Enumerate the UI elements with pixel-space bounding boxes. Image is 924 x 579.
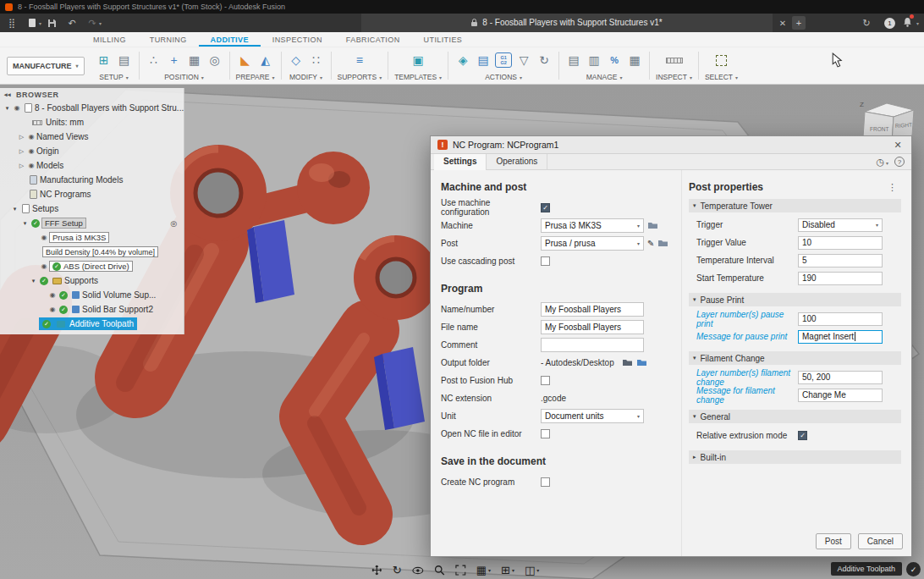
tab-milling[interactable]: MILLING	[81, 32, 138, 47]
create-nc-program-checkbox[interactable]	[541, 477, 550, 487]
viewport-layout-icon[interactable]: ◫▾	[525, 564, 539, 576]
browser-item-named-views[interactable]: ▷◉Named Views	[0, 130, 184, 144]
browser-item-setups[interactable]: ▾Setups	[0, 201, 184, 216]
save-icon[interactable]	[41, 14, 62, 32]
tab-close-icon[interactable]: ✕	[775, 14, 790, 32]
window-select-icon[interactable]	[716, 55, 727, 66]
trigger-value-input[interactable]: 10	[798, 236, 883, 250]
prepare-group-label[interactable]: PREPARE▾	[236, 73, 275, 81]
section-temperature-tower[interactable]: ▾Temperature Tower	[689, 199, 901, 212]
platform-grid-icon[interactable]: ▦	[186, 52, 203, 69]
browser-item-material[interactable]: ◉ ✓ABS (Direct Drive)	[0, 259, 184, 273]
print-settings-icon[interactable]: ▦	[626, 52, 643, 69]
dialog-help-icon[interactable]: ?	[894, 157, 905, 167]
regenerate-icon[interactable]: ↻	[536, 52, 553, 69]
workspace-selector[interactable]: MANUFACTURE▾	[7, 57, 85, 75]
account-menu-caret-icon[interactable]: ▾	[916, 20, 919, 26]
fit-icon[interactable]	[455, 565, 466, 576]
edit-post-icon[interactable]: ✎	[647, 239, 654, 248]
browser-item-solid-volume-support[interactable]: ◉✓ Solid Volume Sup...	[0, 288, 184, 302]
open-nc-file-checkbox[interactable]	[541, 429, 550, 438]
browser-item-supports[interactable]: ▾✓ Supports	[0, 273, 184, 288]
tab-fabrication[interactable]: FABRICATION	[334, 32, 412, 47]
post-library-icon[interactable]: ▤	[565, 52, 582, 69]
post-select[interactable]: Prusa / prusa▾	[541, 236, 644, 251]
supports-group-label[interactable]: SUPPORTS▾	[338, 73, 382, 81]
browser-item-origin[interactable]: ▷◉Origin	[0, 144, 184, 158]
browser-item-machine[interactable]: ◉Prusa i3 MK3S	[0, 230, 184, 245]
post-library-folder-icon[interactable]	[657, 239, 668, 247]
arrange-icon[interactable]: ∴	[146, 52, 162, 69]
browser-item-build-density[interactable]: Build Density [0.44% by volume]	[0, 245, 184, 259]
notification-bell-icon[interactable]	[903, 15, 912, 30]
message-filament-input[interactable]: Change Me	[798, 389, 883, 402]
move-icon[interactable]: +	[166, 52, 183, 69]
viewcube-front-label[interactable]: FRONT	[870, 126, 888, 132]
toolpath-template-icon[interactable]: ▣	[410, 52, 426, 69]
browser-item-solid-bar-support[interactable]: ◉✓ Solid Bar Support2	[0, 302, 184, 317]
density-settings-icon[interactable]: %	[606, 52, 623, 69]
browser-item-models[interactable]: ▷◉Models	[0, 158, 184, 173]
machine-library-folder-icon[interactable]	[647, 221, 658, 229]
zoom-icon[interactable]	[434, 565, 445, 576]
modify-group-label[interactable]: MODIFY▾	[289, 73, 322, 81]
tab-inspection[interactable]: INSPECTION	[261, 32, 334, 47]
tab-utilities[interactable]: UTILITIES	[412, 32, 475, 47]
section-pause-print[interactable]: ▾Pause Print	[689, 293, 901, 306]
use-cascading-post-checkbox[interactable]	[541, 256, 550, 266]
browser-item-units[interactable]: Units: mm	[0, 115, 184, 130]
relative-extrusion-checkbox[interactable]: ✓	[798, 431, 807, 440]
machine-docs-icon[interactable]: ▥	[586, 52, 602, 69]
browser-item-nc-programs[interactable]: NC Programs	[0, 187, 184, 201]
cancel-button[interactable]: Cancel	[858, 533, 903, 549]
comment-input[interactable]	[541, 338, 644, 352]
viewcube-right-label[interactable]: RIGHT	[895, 122, 913, 129]
sync-icon[interactable]: ↻	[856, 14, 877, 32]
post-properties-menu-icon[interactable]: ⋮	[888, 182, 898, 193]
generate-toolpath-icon[interactable]: ◈	[454, 52, 471, 69]
dialog-tab-operations[interactable]: Operations	[487, 154, 547, 170]
tab-turning[interactable]: TURNING	[138, 32, 199, 47]
machine-library-icon[interactable]: ▤	[116, 52, 133, 69]
pan-icon[interactable]	[371, 565, 382, 576]
name-number-input[interactable]	[541, 302, 644, 317]
new-setup-icon[interactable]: ⊞	[96, 52, 113, 69]
display-settings-icon[interactable]: ▦▾	[476, 564, 491, 576]
measure-icon[interactable]	[666, 58, 683, 63]
orientation-icon[interactable]: ◣	[237, 52, 254, 69]
message-pause-input[interactable]: Magnet Insert	[798, 330, 883, 344]
manage-group-label[interactable]: MANAGE▾	[586, 73, 623, 81]
machine-select[interactable]: Prusa i3 MK3S▾	[541, 218, 644, 233]
section-built-in[interactable]: ▸Built-in	[689, 450, 901, 464]
trigger-select[interactable]: Disabled▾	[798, 218, 883, 232]
section-general[interactable]: ▾General	[689, 410, 901, 423]
undo-history-caret-icon[interactable]: ▾	[99, 20, 102, 26]
simulate-additive-icon[interactable]: ▤	[475, 52, 492, 69]
mesh-repair-icon[interactable]: ∷	[308, 52, 325, 69]
setup-group-label[interactable]: SETUP▾	[99, 73, 128, 81]
new-tab-icon[interactable]: +	[792, 16, 806, 30]
browser-item-additive-toolpath[interactable]: ✓ Additive Toolpath	[0, 317, 184, 331]
dialog-title-bar[interactable]: ! NC Program: NCProgram1 ✕	[431, 136, 911, 154]
mesh-edit-icon[interactable]: ◇	[288, 52, 305, 69]
undo-icon[interactable]: ↶	[62, 14, 82, 32]
actions-group-label[interactable]: ACTIONS▾	[485, 73, 522, 81]
templates-group-label[interactable]: TEMPLATES▾	[394, 73, 442, 81]
browser-header[interactable]: ◂◂BROWSER	[0, 88, 184, 101]
position-group-label[interactable]: POSITION▾	[164, 73, 204, 81]
browser-item-root[interactable]: ▾◉ 8 - Foosball Players with Support Str…	[0, 101, 184, 115]
orbit-icon[interactable]: ↻	[393, 564, 402, 576]
document-tab[interactable]: 8 - Foosball Players with Support Struct…	[361, 14, 773, 32]
dialog-tab-settings[interactable]: Settings	[434, 154, 487, 170]
browse-output-folder-icon[interactable]	[636, 358, 647, 367]
inspect-group-label[interactable]: INSPECT▾	[656, 73, 692, 81]
app-grid-icon[interactable]: ⣿	[2, 14, 22, 32]
post-process-icon[interactable]: G1G2	[495, 52, 512, 68]
section-filament-change[interactable]: ▾Filament Change	[689, 351, 901, 365]
look-at-icon[interactable]	[412, 566, 424, 575]
temperature-interval-input[interactable]: 5	[798, 254, 883, 267]
select-group-label[interactable]: SELECT▾	[705, 73, 738, 81]
grid-snap-icon[interactable]: ⊞▾	[501, 564, 514, 576]
tab-additive[interactable]: ADDITIVE	[199, 32, 261, 47]
browser-item-fff-setup[interactable]: ▾✓ FFF Setup ◎	[0, 216, 184, 230]
